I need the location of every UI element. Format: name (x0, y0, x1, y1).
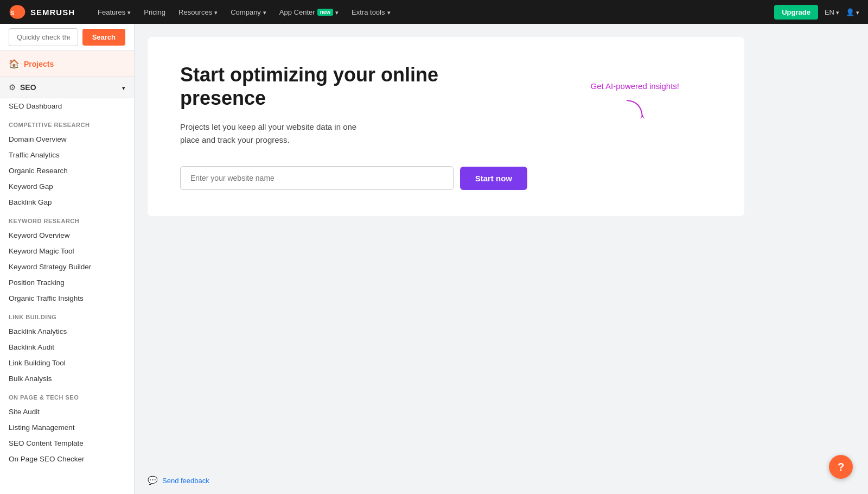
ai-arrow (591, 96, 679, 122)
nav-company[interactable]: Company (225, 5, 272, 20)
logo[interactable]: S SEMRUSH (9, 4, 75, 20)
start-now-button[interactable]: Start now (460, 167, 527, 190)
sidebar-header-on-page: ON PAGE & TECH SEO (0, 387, 134, 404)
website-input[interactable] (180, 166, 454, 190)
website-input-row: Start now (180, 166, 527, 190)
sidebar-item-backlink-audit[interactable]: Backlink Audit (0, 339, 134, 355)
sidebar-item-on-page-seo-checker[interactable]: On Page SEO Checker (0, 451, 134, 467)
help-button[interactable]: ? (829, 455, 853, 479)
chevron-down-icon (856, 8, 859, 16)
svg-marker-2 (640, 115, 644, 119)
card-description: Projects let you keep all your website d… (180, 121, 375, 147)
search-input[interactable] (9, 28, 78, 46)
seo-left: ⚙ SEO (9, 83, 36, 92)
seo-icon: ⚙ (9, 83, 16, 92)
chevron-down-icon (214, 8, 218, 16)
send-feedback-link[interactable]: Send feedback (162, 477, 209, 485)
main-content: Start optimizing your online presence Pr… (135, 24, 868, 494)
nav-right: Upgrade EN 👤 (774, 5, 859, 20)
sidebar-item-traffic-analytics[interactable]: Traffic Analytics (0, 147, 134, 163)
sidebar-item-keyword-magic-tool[interactable]: Keyword Magic Tool (0, 243, 134, 259)
sidebar-header-keyword: KEYWORD RESEARCH (0, 210, 134, 227)
sidebar-item-site-audit[interactable]: Site Audit (0, 404, 134, 420)
sidebar-item-organic-research[interactable]: Organic Research (0, 163, 134, 179)
sidebar-item-keyword-gap[interactable]: Keyword Gap (0, 179, 134, 194)
sidebar-item-domain-overview[interactable]: Domain Overview (0, 131, 134, 147)
sidebar-item-backlink-gap[interactable]: Backlink Gap (0, 194, 134, 210)
sidebar-item-bulk-analysis[interactable]: Bulk Analysis (0, 371, 134, 387)
sidebar-item-backlink-analytics[interactable]: Backlink Analytics (0, 324, 134, 339)
nav-app-center[interactable]: App Center new (274, 5, 344, 20)
sidebar-item-seo-dashboard[interactable]: SEO Dashboard (0, 98, 134, 114)
nav-resources[interactable]: Resources (173, 5, 223, 20)
sidebar-on-page-seo: ON PAGE & TECH SEO Site Audit Listing Ma… (0, 387, 134, 467)
search-button[interactable]: Search (82, 29, 125, 46)
content-area: Start optimizing your online presence Pr… (135, 24, 868, 467)
home-icon: 🏠 (9, 59, 20, 69)
card-heading: Start optimizing your online presence (180, 63, 441, 110)
projects-card: Start optimizing your online presence Pr… (148, 37, 744, 216)
user-icon: 👤 (846, 8, 854, 16)
projects-label: Projects (24, 60, 54, 68)
main-layout: Search 🏠 Projects ⚙ SEO SEO Dashboard CO… (0, 24, 868, 494)
new-badge: new (317, 9, 333, 16)
search-input-wrapper (9, 28, 78, 46)
language-selector[interactable]: EN (825, 8, 839, 16)
svg-text:S: S (10, 10, 14, 16)
chevron-down-icon (335, 8, 339, 16)
top-navigation: S SEMRUSH Features Pricing Resources Com… (0, 0, 868, 24)
ai-insight-text: Get AI-powered insights! (591, 80, 679, 92)
sidebar-dashboard-section: SEO Dashboard (0, 98, 134, 114)
sidebar-item-listing-management[interactable]: Listing Management (0, 420, 134, 435)
chevron-down-icon (387, 8, 391, 16)
sidebar-item-organic-traffic-insights[interactable]: Organic Traffic Insights (0, 290, 134, 306)
sidebar-header-link-building: LINK BUILDING (0, 306, 134, 324)
sidebar-keyword-research: KEYWORD RESEARCH Keyword Overview Keywor… (0, 210, 134, 306)
nav-features[interactable]: Features (92, 5, 136, 20)
feedback-area: 💬 Send feedback (135, 467, 868, 494)
upgrade-button[interactable]: Upgrade (774, 5, 818, 20)
nav-links: Features Pricing Resources Company App C… (92, 5, 761, 20)
chevron-down-icon (836, 8, 839, 16)
seo-label: SEO (20, 83, 36, 92)
user-menu[interactable]: 👤 (846, 8, 859, 16)
sidebar-link-building: LINK BUILDING Backlink Analytics Backlin… (0, 306, 134, 387)
logo-text: SEMRUSH (30, 8, 75, 17)
sidebar-item-keyword-strategy-builder[interactable]: Keyword Strategy Builder (0, 259, 134, 275)
sidebar-header-competitive: COMPETITIVE RESEARCH (0, 114, 134, 131)
nav-extra-tools[interactable]: Extra tools (346, 5, 395, 20)
sidebar-competitive-research: COMPETITIVE RESEARCH Domain Overview Tra… (0, 114, 134, 210)
sidebar-item-projects[interactable]: 🏠 Projects (0, 51, 134, 77)
chevron-down-icon (122, 83, 125, 92)
sidebar-item-seo-content-template[interactable]: SEO Content Template (0, 435, 134, 451)
ai-insight-annotation: Get AI-powered insights! (591, 80, 679, 122)
chevron-down-icon (127, 8, 131, 16)
feedback-icon: 💬 (148, 476, 158, 485)
sidebar-item-keyword-overview[interactable]: Keyword Overview (0, 227, 134, 243)
sidebar-item-link-building-tool[interactable]: Link Building Tool (0, 355, 134, 371)
chevron-down-icon (263, 8, 266, 16)
search-bar: Search (0, 24, 134, 51)
sidebar: Search 🏠 Projects ⚙ SEO SEO Dashboard CO… (0, 24, 135, 494)
nav-pricing[interactable]: Pricing (138, 5, 171, 20)
sidebar-seo-toggle[interactable]: ⚙ SEO (0, 77, 134, 98)
sidebar-item-position-tracking[interactable]: Position Tracking (0, 275, 134, 290)
